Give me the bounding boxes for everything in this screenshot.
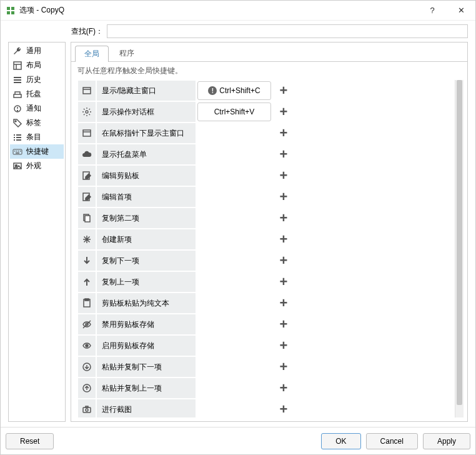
shortcut-key[interactable]: Ctrl+Shift+V: [197, 102, 271, 121]
search-row: 查找(F)：: [1, 21, 475, 42]
layout-icon: [12, 61, 22, 71]
options-window: 选项 - CopyQ ? ✕ 查找(F)： 通用布局历史托盘通知标签条目快捷键外…: [0, 0, 476, 455]
eye-icon: [77, 335, 96, 356]
add-shortcut-button[interactable]: +: [272, 378, 295, 399]
svg-rect-4: [14, 62, 21, 69]
add-shortcut-button[interactable]: +: [272, 271, 295, 292]
svg-rect-25: [20, 151, 21, 152]
svg-rect-2: [7, 11, 10, 14]
shortcut-label: 显示托盘菜单: [96, 144, 196, 165]
shortcut-row: 复制下一项+: [77, 250, 455, 271]
shortcut-row: 编辑剪贴板+: [77, 165, 455, 186]
svg-rect-15: [14, 134, 15, 136]
sidebar-item-label: 通用: [26, 46, 41, 56]
svg-rect-47: [86, 406, 88, 408]
cancel-button[interactable]: Cancel: [366, 433, 418, 449]
shortcut-label: 编辑首项: [96, 186, 196, 208]
sidebar-item-0[interactable]: 通用: [10, 44, 64, 58]
svg-rect-26: [16, 152, 19, 154]
svg-rect-17: [14, 137, 15, 138]
sidebar-item-label: 条目: [26, 132, 41, 142]
titlebar: 选项 - CopyQ ? ✕: [1, 1, 475, 21]
sidebar-item-8[interactable]: 外观: [10, 159, 64, 173]
shortcut-label: 粘贴并复制上一项: [96, 378, 196, 399]
add-shortcut-button[interactable]: +: [272, 335, 295, 356]
window-icon: [77, 80, 96, 101]
shortcut-label: 复制上一项: [96, 271, 196, 292]
svg-rect-9: [14, 82, 21, 83]
svg-rect-3: [11, 11, 14, 14]
add-shortcut-button[interactable]: +: [272, 292, 295, 314]
ok-button[interactable]: OK: [321, 433, 360, 449]
apply-button[interactable]: Apply: [423, 433, 470, 449]
sidebar-item-3[interactable]: 托盘: [10, 87, 64, 101]
eye-off-icon: [77, 314, 96, 335]
add-shortcut-button[interactable]: +: [272, 314, 295, 335]
warn-icon: !: [208, 86, 217, 95]
add-shortcut-button[interactable]: +: [272, 356, 295, 378]
shortcut-key-empty: [197, 315, 271, 334]
sidebar-item-5[interactable]: 标签: [10, 116, 64, 130]
search-label: 查找(F)：: [1, 26, 107, 37]
svg-rect-1: [11, 7, 14, 10]
svg-rect-24: [18, 151, 19, 152]
add-shortcut-button[interactable]: +: [272, 101, 295, 122]
svg-rect-19: [14, 139, 15, 141]
scroll-thumb[interactable]: [457, 80, 462, 405]
asterisk-icon: [77, 229, 96, 250]
svg-point-14: [15, 121, 16, 122]
shortcut-key-empty: [197, 188, 271, 206]
shortcut-list-wrap: 显示/隐藏主窗口!Ctrl+Shift+C+显示操作对话框Ctrl+Shift+…: [77, 80, 464, 418]
wrench-icon: [12, 46, 22, 56]
sidebar-item-label: 外观: [26, 161, 41, 171]
help-button[interactable]: ?: [418, 1, 447, 21]
shortcut-row: 复制第二项+: [77, 208, 455, 229]
add-shortcut-button[interactable]: +: [272, 80, 295, 101]
footer: Reset OK Cancel Apply: [1, 427, 475, 454]
item-icon: [12, 132, 22, 142]
sidebar-item-6[interactable]: 条目: [10, 130, 64, 144]
scrollbar[interactable]: [455, 80, 464, 418]
window-icon: [77, 122, 96, 144]
shortcut-row: 剪贴板粘贴为纯文本+: [77, 292, 455, 314]
body: 通用布局历史托盘通知标签条目快捷键外观 全局程序 可从任意程序触发全局快捷键。 …: [1, 42, 475, 427]
shortcut-key-empty: [197, 145, 271, 164]
shortcut-label: 复制下一项: [96, 250, 196, 271]
list-icon: [12, 75, 22, 85]
reset-button[interactable]: Reset: [6, 433, 54, 449]
add-shortcut-button[interactable]: +: [272, 208, 295, 229]
sidebar: 通用布局历史托盘通知标签条目快捷键外观: [8, 42, 66, 422]
add-shortcut-button[interactable]: +: [272, 399, 295, 418]
svg-rect-23: [16, 151, 17, 152]
add-shortcut-button[interactable]: +: [272, 122, 295, 144]
tab-0[interactable]: 全局: [75, 46, 109, 62]
shortcut-row: 显示/隐藏主窗口!Ctrl+Shift+C+: [77, 80, 455, 101]
shortcut-label: 进行截图: [96, 399, 196, 418]
shortcut-row: 创建新项+: [77, 229, 455, 250]
close-button[interactable]: ✕: [447, 1, 475, 21]
add-shortcut-button[interactable]: +: [272, 250, 295, 271]
shortcut-key-empty: [197, 124, 271, 142]
add-shortcut-button[interactable]: +: [272, 186, 295, 208]
shortcut-row: 禁用剪贴板存储+: [77, 314, 455, 335]
search-input[interactable]: [107, 24, 468, 38]
shortcut-label: 编辑剪贴板: [96, 165, 196, 186]
add-shortcut-button[interactable]: +: [272, 229, 295, 250]
sidebar-item-1[interactable]: 布局: [10, 58, 64, 72]
sidebar-item-4[interactable]: 通知: [10, 101, 64, 116]
shortcut-label: 复制第二项: [96, 208, 196, 229]
shortcut-row: 粘贴并复制下一项+: [77, 356, 455, 378]
svg-rect-0: [7, 7, 10, 10]
svg-rect-32: [83, 130, 91, 136]
sidebar-item-label: 布局: [26, 60, 41, 71]
svg-point-42: [86, 344, 88, 347]
sidebar-item-2[interactable]: 历史: [10, 72, 64, 87]
tab-1[interactable]: 程序: [110, 45, 144, 61]
shortcut-key[interactable]: !Ctrl+Shift+C: [197, 81, 271, 100]
shortcut-key-text: Ctrl+Shift+V: [214, 108, 255, 116]
add-shortcut-button[interactable]: +: [272, 165, 295, 186]
copy-icon: [77, 208, 96, 229]
titlebar-buttons: ? ✕: [418, 1, 475, 21]
add-shortcut-button[interactable]: +: [272, 144, 295, 165]
sidebar-item-7[interactable]: 快捷键: [10, 144, 64, 159]
